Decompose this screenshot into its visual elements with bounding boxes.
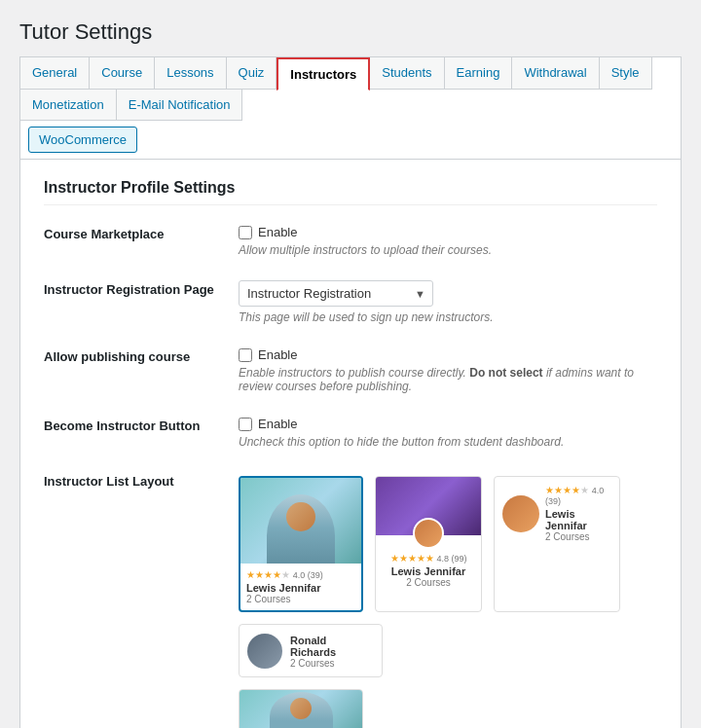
setting-become-instructor: Become Instructor Button Enable Uncheck … — [44, 417, 657, 449]
page-title: Tutor Settings — [19, 19, 682, 45]
card2-top — [376, 477, 481, 535]
tab-withdrawal[interactable]: Withdrawal — [512, 57, 599, 90]
checkbox-become-instructor[interactable] — [239, 418, 252, 431]
card3-stars: ★★★★★ 4.0 (39) — [545, 485, 611, 506]
label-allow-publishing: Allow publishing course — [44, 347, 239, 364]
hint-marketplace: Allow multiple instructors to upload the… — [239, 243, 657, 257]
checkbox-row-publishing: Enable — [239, 347, 657, 362]
card5-top — [240, 690, 362, 728]
tab-general[interactable]: General — [20, 57, 90, 90]
layout-card-large[interactable]: ★★★★★ 4.0 (39) Lewis Jennifar 2 Courses — [239, 476, 363, 612]
card2-courses: 2 Courses — [382, 577, 475, 588]
section-title: Instructor Profile Settings — [44, 179, 657, 205]
card3-info: ★★★★★ 4.0 (39) Lewis Jennifar 2 Courses — [545, 485, 611, 542]
card4-avatar — [247, 634, 282, 669]
card2-stars: ★★★★★ 4.8 (99) — [382, 553, 475, 564]
hint-bold-publishing: Do not select — [469, 366, 542, 380]
select-registration-page[interactable]: Instructor Registration — [239, 280, 433, 307]
label-layout: Instructor List Layout — [44, 472, 239, 489]
card3-body: ★★★★★ 4.0 (39) Lewis Jennifar 2 Courses — [495, 477, 619, 550]
setting-layout: Instructor List Layout ★★★★★ 4.0 (39) Le… — [44, 472, 657, 728]
card2-name: Lewis Jennifar — [382, 565, 475, 577]
layout-card-compact[interactable]: ★★★★★ 4.0 (39) Lewis Jennifar 2 Courses — [494, 476, 620, 612]
tab-earning[interactable]: Earning — [445, 57, 513, 90]
setting-registration-page: Instructor Registration Page Instructor … — [44, 280, 657, 324]
tab-instructors[interactable]: Instructors — [277, 57, 370, 91]
tab-course[interactable]: Course — [90, 57, 155, 90]
layout-card-medium[interactable]: ★★★★★ 4.8 (99) Lewis Jennifar 2 Courses — [375, 476, 482, 612]
tab-lessons[interactable]: Lessons — [155, 57, 226, 90]
label-become-instructor: Become Instructor Button — [44, 417, 239, 433]
card3-avatar — [502, 495, 539, 532]
hint-registration-page: This page will be used to sign up new in… — [239, 310, 657, 324]
card4-body: Ronald Richards 2 Courses — [240, 625, 382, 676]
layout-grid: ★★★★★ 4.0 (39) Lewis Jennifar 2 Courses … — [239, 476, 657, 677]
checkbox-become-label: Enable — [258, 417, 297, 431]
card4-info: Ronald Richards 2 Courses — [290, 633, 374, 669]
card3-name: Lewis Jennifar — [545, 508, 611, 531]
tab-email-notification[interactable]: E-Mail Notification — [117, 90, 243, 121]
checkbox-marketplace-label: Enable — [258, 225, 297, 239]
select-wrapper-registration: Instructor Registration ▼ — [239, 280, 433, 307]
layout-card-horizontal[interactable]: Ronald Richards 2 Courses — [239, 624, 383, 677]
label-registration-page: Instructor Registration Page — [44, 280, 239, 297]
label-course-marketplace: Course Marketplace — [44, 225, 239, 241]
control-allow-publishing: Enable Enable instructors to publish cou… — [239, 347, 657, 393]
control-become-instructor: Enable Uncheck this option to hide the b… — [239, 417, 657, 449]
card1-name: Lewis Jennifar — [246, 582, 355, 594]
layout-grid-row2: ★★★★★ 4.8 (60) Ronald Richards 1 Course — [239, 689, 657, 728]
setting-course-marketplace: Course Marketplace Enable Allow multiple… — [44, 225, 657, 257]
checkbox-row-marketplace: Enable — [239, 225, 657, 239]
tab-quiz[interactable]: Quiz — [227, 57, 277, 90]
tab-woocommerce[interactable]: WooCommerce — [28, 127, 137, 153]
card4-name: Ronald Richards — [290, 635, 374, 658]
control-registration-page: Instructor Registration ▼ This page will… — [239, 280, 657, 324]
tab-monetization[interactable]: Monetization — [20, 90, 117, 121]
tab-style[interactable]: Style — [600, 57, 652, 90]
hint-allow-publishing: Enable instructors to publish course dir… — [239, 366, 657, 393]
checkbox-row-become: Enable — [239, 417, 657, 431]
card1-info: ★★★★★ 4.0 (39) Lewis Jennifar 2 Courses — [240, 564, 361, 610]
checkbox-marketplace[interactable] — [239, 226, 252, 239]
tabs-row-1: General Course Lessons Quiz Instructors … — [19, 56, 682, 121]
setting-allow-publishing: Allow publishing course Enable Enable in… — [44, 347, 657, 393]
card2-avatar — [413, 518, 444, 549]
card1-stars: ★★★★★ 4.0 (39) — [246, 569, 355, 580]
card1-courses: 2 Courses — [246, 594, 355, 604]
card1-image — [240, 478, 361, 564]
tabs-row-2: WooCommerce — [19, 121, 682, 160]
checkbox-publishing[interactable] — [239, 348, 252, 362]
hint-become-instructor: Uncheck this option to hide the button f… — [239, 435, 657, 449]
content-area: Instructor Profile Settings Course Marke… — [19, 160, 682, 728]
card3-courses: 2 Courses — [545, 531, 611, 542]
checkbox-publishing-label: Enable — [258, 347, 297, 362]
tab-students[interactable]: Students — [370, 57, 444, 90]
card4-courses: 2 Courses — [290, 658, 374, 669]
control-layout: ★★★★★ 4.0 (39) Lewis Jennifar 2 Courses … — [239, 472, 657, 728]
control-course-marketplace: Enable Allow multiple instructors to upl… — [239, 225, 657, 257]
layout-card-small-list[interactable]: ★★★★★ 4.8 (60) Ronald Richards 1 Course — [239, 689, 363, 728]
